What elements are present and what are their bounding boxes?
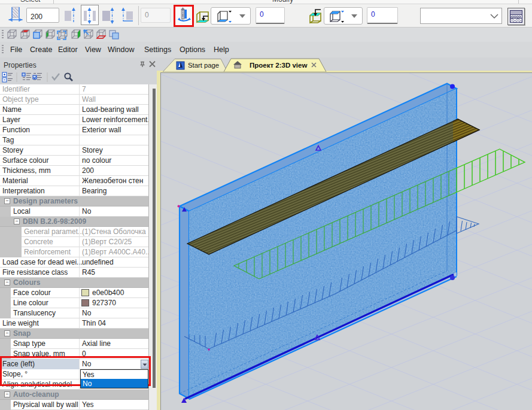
svg-text:Start page: Start page xyxy=(188,62,219,69)
svg-text:Проект 2:3D view: Проект 2:3D view xyxy=(250,62,307,69)
